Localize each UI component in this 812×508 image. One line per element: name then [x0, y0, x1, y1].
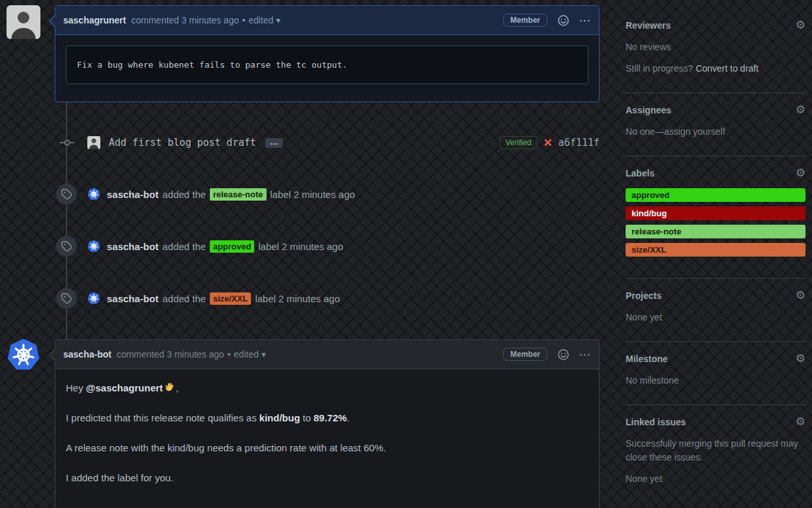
- git-commit-icon: [60, 137, 74, 148]
- no-reviews-text: No reviews: [626, 40, 805, 54]
- labels-title: Labels: [626, 168, 654, 178]
- avatar-sascha-bot[interactable]: [7, 338, 40, 372]
- label-chip[interactable]: release-note: [210, 188, 267, 201]
- event-text: added the: [162, 293, 206, 304]
- projects-section: Projects ⚙ None yet: [626, 290, 805, 342]
- paragraph-closing: I added the label for you.: [66, 470, 588, 486]
- user-photo-icon: [7, 5, 40, 39]
- assignees-title: Assignees: [626, 105, 671, 115]
- milestone-section: Milestone ⚙ No milestone: [626, 353, 805, 405]
- bot-comment: sascha-bot commented 3 minutes ago • edi…: [55, 339, 600, 508]
- wave-emoji-icon: [164, 382, 176, 393]
- label-chip[interactable]: size/XXL: [210, 292, 251, 305]
- label-chip[interactable]: approved: [210, 240, 255, 253]
- tag-icon: [56, 184, 77, 205]
- sidebar-label-size-xxl[interactable]: size/XXL: [626, 243, 805, 257]
- event-timestamp: label 2 minutes ago: [270, 189, 355, 200]
- kind-bug-bold: kind/bug: [259, 412, 300, 423]
- comment-body: Hey @saschagrunert, I predicted that thi…: [55, 369, 599, 508]
- percentage-bold: 89.72%: [313, 412, 347, 423]
- projects-empty-text: None yet: [626, 311, 805, 324]
- bot-avatar[interactable]: [87, 188, 100, 201]
- gear-icon[interactable]: ⚙: [796, 104, 805, 115]
- event-text: added the: [162, 241, 206, 252]
- commit-description-expander[interactable]: …: [265, 138, 283, 148]
- convert-to-draft-link[interactable]: Convert to draft: [695, 63, 759, 74]
- mention-link[interactable]: @saschagrunert: [86, 382, 163, 393]
- paragraph-prediction: I predicted that this release note quali…: [66, 410, 588, 426]
- linked-issues-empty-text: None yet: [626, 472, 805, 486]
- sidebar-label-kind-bug[interactable]: kind/bug: [626, 206, 805, 220]
- linked-issues-title: Linked issues: [626, 417, 686, 427]
- milestone-title: Milestone: [626, 354, 668, 364]
- projects-title: Projects: [626, 290, 661, 301]
- dot-separator: •: [242, 15, 245, 25]
- event-actor-link[interactable]: sascha-bot: [107, 189, 158, 200]
- commit-timeline-row: Add first blog post draft … Verified ✕ a…: [55, 132, 600, 154]
- label-event-row: sascha-bot added the release-note label …: [55, 183, 600, 205]
- assignees-section: Assignees ⚙ No one—assign yourself: [626, 104, 805, 156]
- commit-sha-link[interactable]: a6f111f: [558, 137, 600, 148]
- event-actor-link[interactable]: sascha-bot: [107, 241, 158, 252]
- commit-message-link[interactable]: Add first blog post draft: [109, 137, 256, 148]
- paragraph-rule: A release note with the kind/bug needs a…: [66, 440, 588, 456]
- milestone-empty-text: No milestone: [626, 374, 805, 388]
- gear-icon[interactable]: ⚙: [796, 290, 805, 301]
- member-badge: Member: [503, 348, 547, 361]
- convert-to-draft-row: Still in progress? Convert to draft: [626, 62, 805, 76]
- commit-author-avatar[interactable]: [87, 136, 100, 149]
- edited-dropdown[interactable]: edited ▾: [234, 349, 266, 360]
- bot-avatar[interactable]: [87, 240, 100, 253]
- assign-yourself-link[interactable]: assign yourself: [664, 126, 725, 137]
- reviewers-section: Reviewers ⚙ No reviews Still in progress…: [626, 20, 805, 93]
- kebab-menu-button[interactable]: ···: [579, 350, 591, 360]
- linked-issues-section: Linked issues ⚙ Successfully merging thi…: [626, 416, 805, 503]
- status-failed-x-icon[interactable]: ✕: [544, 136, 553, 150]
- assignees-empty-row: No one—assign yourself: [626, 125, 805, 139]
- event-actor-link[interactable]: sascha-bot: [107, 293, 158, 304]
- gear-icon[interactable]: ⚙: [796, 416, 805, 427]
- gear-icon[interactable]: ⚙: [796, 20, 805, 31]
- smiley-icon: [558, 349, 569, 360]
- event-text: added the: [162, 189, 206, 200]
- edited-dropdown[interactable]: edited ▾: [248, 15, 280, 25]
- gear-icon[interactable]: ⚙: [796, 167, 805, 178]
- avatar-saschagrunert[interactable]: [7, 5, 40, 39]
- comment-header: sascha-bot commented 3 minutes ago • edi…: [55, 340, 599, 369]
- label-event-row: sascha-bot added the approved label 2 mi…: [55, 235, 600, 257]
- gear-icon[interactable]: ⚙: [796, 353, 805, 364]
- chevron-down-icon: ▾: [261, 349, 266, 360]
- tag-icon: [56, 236, 77, 257]
- comment-body: Fix a bug where kubenet fails to parse t…: [55, 35, 599, 94]
- sidebar-label-approved[interactable]: approved: [626, 188, 805, 202]
- emoji-reaction-button[interactable]: [558, 349, 569, 360]
- verified-badge[interactable]: Verified: [500, 136, 538, 149]
- tag-icon: [56, 288, 77, 309]
- smiley-icon: [558, 15, 569, 26]
- pr-description-comment: saschagrunert commented 3 minutes ago • …: [55, 5, 600, 102]
- dot-separator: •: [227, 349, 231, 360]
- kebab-menu-button[interactable]: ···: [579, 16, 591, 25]
- comment-action-timestamp: commented 3 minutes ago: [117, 349, 224, 360]
- kubernetes-logo-icon: [7, 338, 40, 372]
- pr-sidebar: Reviewers ⚙ No reviews Still in progress…: [626, 20, 805, 508]
- comment-author-link[interactable]: saschagrunert: [63, 15, 126, 25]
- chevron-down-icon: ▾: [276, 15, 281, 25]
- label-event-row: sascha-bot added the size/XXL label 2 mi…: [55, 287, 600, 309]
- comment-action-timestamp: commented 3 minutes ago: [131, 15, 239, 25]
- member-badge: Member: [503, 14, 547, 27]
- reviewers-title: Reviewers: [626, 20, 671, 31]
- release-note-code-block: Fix a bug where kubenet fails to parse t…: [66, 46, 588, 84]
- labels-section: Labels ⚙ approved kind/bug release-note …: [626, 167, 805, 279]
- emoji-reaction-button[interactable]: [558, 15, 569, 26]
- linked-issues-description: Successfully merging this pull request m…: [626, 437, 805, 464]
- comment-author-link[interactable]: sascha-bot: [63, 349, 111, 360]
- event-timestamp: label 2 minutes ago: [255, 293, 340, 304]
- comment-header: saschagrunert commented 3 minutes ago • …: [55, 6, 599, 35]
- sidebar-label-release-note[interactable]: release-note: [626, 225, 805, 238]
- bot-avatar[interactable]: [87, 292, 100, 305]
- paragraph-greeting: Hey @saschagrunert,: [66, 380, 588, 396]
- event-timestamp: label 2 minutes ago: [258, 241, 343, 252]
